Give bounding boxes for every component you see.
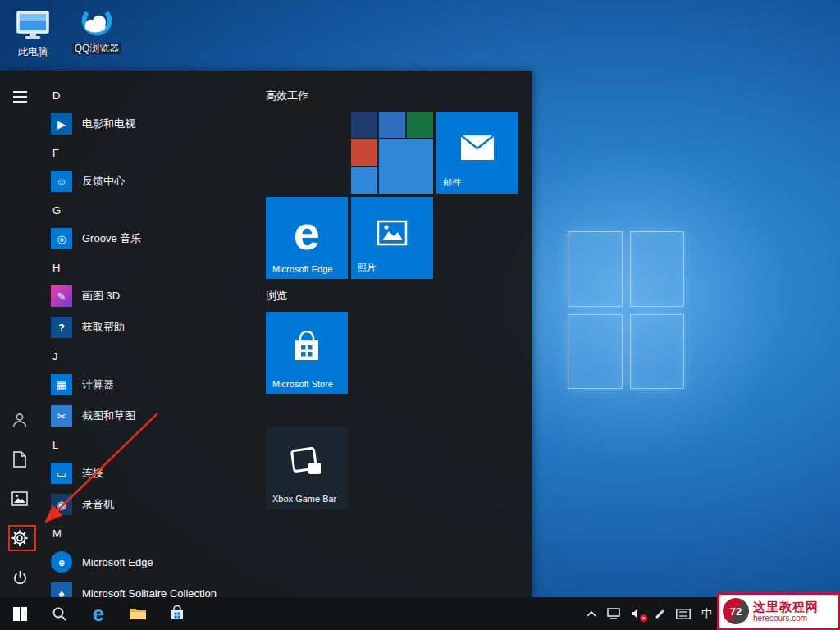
app-list-header-g[interactable]: G [39,197,266,223]
calculator-icon: ▦ [51,374,72,395]
app-list-header-f[interactable]: F [39,139,266,166]
ink-workspace-button[interactable] [654,608,665,619]
documents-button[interactable] [0,440,39,479]
wallpaper-pane [568,314,623,390]
settings-button[interactable] [0,518,39,558]
solitaire-glyph: ♠ [59,587,65,598]
power-button[interactable] [0,558,39,597]
tile-xbox-game-bar[interactable]: Xbox Game Bar [266,427,348,509]
touch-keyboard-button[interactable] [676,609,691,619]
solitaire-icon: ♠ [51,582,72,597]
tile-group-title-productivity[interactable]: 高效工作 [266,89,308,103]
tile-label: Microsoft Edge [272,264,332,274]
tile-microsoft-store[interactable]: Microsoft Store [266,312,348,394]
desktop-icon-this-pc[interactable]: 此电脑 [0,7,66,57]
voice-recorder-icon: ◉ [51,494,72,515]
start-menu: D ▶ 电影和电视 F ☺ 反馈中心 G ◎ Groove 音乐 H ✎ 画图 … [0,71,532,597]
gear-icon [11,530,28,546]
network-icon [607,608,620,619]
mosaic-square-red [351,139,377,166]
app-label: 反馈中心 [82,174,125,189]
watermark-title: 这里教程网 [753,600,819,614]
groove-glyph: ◎ [57,233,66,245]
power-icon [12,570,28,586]
edge-icon: e [51,551,72,573]
app-list-header-m[interactable]: M [39,520,266,546]
app-item-snip-sketch[interactable]: ✂ 截图和草图 [39,400,266,431]
hamburger-icon [13,91,27,103]
ime-language-indicator[interactable]: 中 [701,606,712,621]
tile-microsoft-edge[interactable]: e Microsoft Edge [266,197,348,279]
network-status-icon[interactable] [607,608,620,619]
mosaic-square-blue [379,112,405,138]
app-list-header-h[interactable]: H [39,254,266,281]
watermark: 72 这里教程网 herecours.com [717,592,840,630]
app-item-feedback-hub[interactable]: ☺ 反馈中心 [39,166,266,197]
pictures-button[interactable] [0,479,39,518]
mosaic-square-blue2 [351,167,377,194]
search-button[interactable] [39,597,79,630]
desktop-icon-qq-browser[interactable]: QQ浏览器 [64,3,130,54]
section-letter: J [52,350,58,363]
edge-tile-glyph: e [294,205,320,260]
desktop: 此电脑 QQ浏览器 [0,0,840,630]
app-item-calculator[interactable]: ▦ 计算器 [39,369,266,400]
paint-3d-glyph: ✎ [57,290,66,303]
app-label: Groove 音乐 [82,231,141,246]
get-help-icon: ? [51,317,72,338]
volume-muted-icon[interactable]: × [631,608,643,619]
folder-icon [129,606,147,621]
cloud-browser-icon [78,3,116,41]
start-button[interactable] [0,597,39,630]
app-list-header-l[interactable]: L [39,431,266,458]
app-item-get-help[interactable]: ? 获取帮助 [39,312,266,343]
app-list-header-j[interactable]: J [39,343,266,369]
paint-3d-icon: ✎ [51,285,72,307]
expand-menu-button[interactable] [0,77,39,116]
app-item-solitaire-collection[interactable]: ♠ Microsoft Solitaire Collection [39,578,266,597]
tile-label: Xbox Game Bar [272,494,336,504]
show-hidden-icons-button[interactable] [587,610,596,617]
tile-group-title-explore[interactable]: 浏览 [266,289,287,304]
watermark-logo: 72 [723,598,749,624]
app-item-movies-tv[interactable]: ▶ 电影和电视 [39,108,266,139]
user-account-button[interactable] [0,400,39,440]
app-item-paint-3d[interactable]: ✎ 画图 3D [39,281,266,312]
section-letter: H [52,262,60,274]
taskbar: e [0,597,840,630]
app-label: 连接 [82,466,103,481]
windows-logo-icon [13,607,27,621]
this-pc-icon [14,7,52,44]
app-item-microsoft-edge[interactable]: e Microsoft Edge [39,546,266,578]
desktop-icon-label: 此电脑 [16,46,50,57]
taskbar-store-button[interactable] [158,597,197,630]
tile-mail[interactable]: 邮件 [436,112,518,194]
edge-taskbar-icon: e [93,604,104,624]
get-help-glyph: ? [58,322,65,334]
tile-label: 邮件 [443,176,461,189]
photos-icon [374,217,410,249]
tile-photos[interactable]: 照片 [351,197,433,279]
document-icon [12,451,27,468]
desktop-icon-label: QQ浏览器 [72,43,122,54]
tile-office-mosaic[interactable] [351,112,433,194]
taskbar-file-explorer-button[interactable] [118,597,158,630]
pen-icon [654,608,665,619]
app-list-header-d[interactable]: D [39,82,266,108]
store-taskbar-icon [169,605,185,622]
qq-browser-icon [78,3,116,41]
connect-glyph: ▭ [57,468,66,480]
taskbar-edge-button[interactable]: e [79,597,118,630]
section-letter: D [52,89,60,102]
groove-music-icon: ◎ [51,228,72,249]
app-label: 获取帮助 [82,320,125,335]
mosaic-square-green [407,112,433,138]
app-item-groove-music[interactable]: ◎ Groove 音乐 [39,223,266,254]
app-item-connect[interactable]: ▭ 连接 [39,458,266,489]
app-item-voice-recorder[interactable]: ◉ 录音机 [39,489,266,520]
app-label: 计算器 [82,377,114,392]
section-letter: L [52,439,58,451]
movies-tv-glyph: ▶ [57,118,66,130]
movies-tv-icon: ▶ [51,113,72,135]
wallpaper-pane [568,231,623,307]
